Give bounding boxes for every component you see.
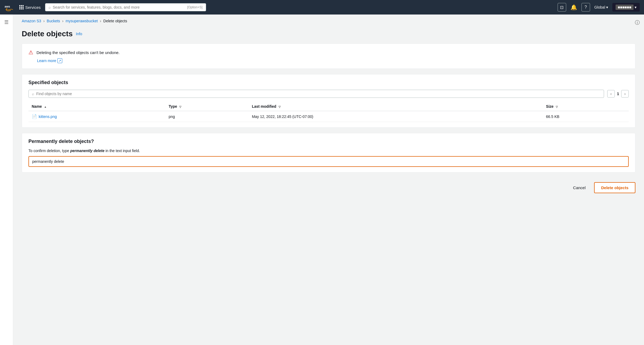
col-size: Size ▽ xyxy=(543,102,629,111)
top-navigation: aws Services ⌕ [Option+S] ⊡ 🔔 ? Global ▾… xyxy=(0,0,644,15)
size-cell: 66.5 KB xyxy=(543,111,629,122)
search-shortcut: [Option+S] xyxy=(187,5,202,9)
col-name: Name ▲ xyxy=(28,102,165,111)
pagination-controls: ‹ 1 › xyxy=(607,90,629,98)
size-sort-icon: ▽ xyxy=(556,105,558,108)
learn-more-text: Learn more xyxy=(37,59,56,63)
col-type: Type ▽ xyxy=(165,102,248,111)
col-last-modified: Last modified ▽ xyxy=(249,102,543,111)
desc-suffix: in the text input field. xyxy=(104,149,140,153)
page-title: Delete objects xyxy=(22,30,73,38)
last-modified-cell: May 12, 2022, 18:22:45 (UTC-07:00) xyxy=(249,111,543,122)
object-search[interactable]: ⌕ xyxy=(28,90,604,98)
table-row: 📄 kittens.png png May 12, 2022, 18:22:45… xyxy=(28,111,629,122)
warning-triangle-icon: ⚠ xyxy=(28,49,33,56)
search-row: ⌕ ‹ 1 › xyxy=(28,90,629,98)
permanently-delete-section: Permanently delete objects? To confirm d… xyxy=(22,133,635,172)
breadcrumb-amazon-s3[interactable]: Amazon S3 xyxy=(22,19,41,23)
confirm-keyword: permanently delete xyxy=(70,149,105,153)
file-name: kittens.png xyxy=(39,114,57,119)
main-content: Amazon S3 › Buckets › mysuperawsbucket ›… xyxy=(13,15,644,345)
breadcrumb: Amazon S3 › Buckets › mysuperawsbucket ›… xyxy=(22,19,635,23)
specified-objects-section: Specified objects ⌕ ‹ 1 › Name xyxy=(22,74,635,128)
file-icon: 📄 xyxy=(32,114,37,119)
breadcrumb-buckets[interactable]: Buckets xyxy=(47,19,60,23)
nav-icons: ⊡ 🔔 ? Global ▾ ■■■■■■ ▾ xyxy=(558,3,640,12)
external-link-icon: ↗ xyxy=(57,58,62,63)
page-number: 1 xyxy=(617,92,619,96)
notification-icon[interactable]: 🔔 xyxy=(570,4,577,10)
help-icon[interactable]: ? xyxy=(581,3,590,12)
warning-box: ⚠ Deleting the specified objects can't b… xyxy=(22,44,635,69)
delete-confirm-desc: To confirm deletion, type permanently de… xyxy=(28,149,629,153)
breadcrumb-sep-3: › xyxy=(100,19,101,23)
info-link[interactable]: Info xyxy=(76,32,82,36)
breadcrumb-bucket-name[interactable]: mysuperawsbucket xyxy=(66,19,98,23)
user-menu-button[interactable]: ■■■■■■ ▾ xyxy=(612,3,640,12)
page-title-row: Delete objects Info xyxy=(22,30,635,38)
page-layout: ☰ Amazon S3 › Buckets › mysuperawsbucket… xyxy=(0,15,644,345)
last-modified-value: May 12, 2022, 18:22:45 (UTC-07:00) xyxy=(252,114,313,119)
terminal-icon[interactable]: ⊡ xyxy=(558,3,566,12)
objects-table: Name ▲ Type ▽ Last modified ▽ Size xyxy=(28,102,629,122)
search-icon: ⌕ xyxy=(32,92,34,96)
file-type-cell: png xyxy=(165,111,248,122)
hamburger-icon: ☰ xyxy=(4,19,9,25)
prev-page-button[interactable]: ‹ xyxy=(607,90,615,98)
breadcrumb-current: Delete objects xyxy=(103,19,127,23)
type-sort-icon: ▽ xyxy=(179,105,181,108)
breadcrumb-sep-1: › xyxy=(43,19,45,23)
cancel-button[interactable]: Cancel xyxy=(569,183,590,192)
confirm-input[interactable] xyxy=(28,156,629,167)
svg-text:aws: aws xyxy=(5,5,10,8)
breadcrumb-sep-2: › xyxy=(62,19,64,23)
aws-logo[interactable]: aws xyxy=(4,2,15,13)
file-size: 66.5 KB xyxy=(546,114,559,119)
desc-prefix: To confirm deletion, type xyxy=(28,149,70,153)
learn-more-link[interactable]: Learn more ↗ xyxy=(37,58,629,63)
next-page-button[interactable]: › xyxy=(621,90,629,98)
region-selector[interactable]: Global ▾ xyxy=(594,5,608,9)
top-right-info-icon[interactable]: ⓘ xyxy=(635,19,640,26)
warning-message: ⚠ Deleting the specified objects can't b… xyxy=(28,49,629,56)
warning-text: Deleting the specified objects can't be … xyxy=(36,50,120,55)
name-sort-icon: ▲ xyxy=(44,105,47,108)
table-header: Name ▲ Type ▽ Last modified ▽ Size xyxy=(28,102,629,111)
services-label: Services xyxy=(25,5,41,10)
services-menu[interactable]: Services xyxy=(19,5,41,10)
global-search[interactable]: ⌕ [Option+S] xyxy=(45,3,206,11)
search-input[interactable] xyxy=(53,5,185,9)
specified-objects-title: Specified objects xyxy=(28,80,629,85)
object-search-input[interactable] xyxy=(36,92,601,96)
last-modified-sort-icon: ▽ xyxy=(279,105,281,108)
file-type: png xyxy=(169,114,175,119)
delete-confirm-title: Permanently delete objects? xyxy=(28,139,629,144)
file-name-cell: 📄 kittens.png xyxy=(28,111,165,122)
action-row: Cancel Delete objects xyxy=(22,178,635,197)
file-link[interactable]: 📄 kittens.png xyxy=(32,114,162,119)
table-body: 📄 kittens.png png May 12, 2022, 18:22:45… xyxy=(28,111,629,122)
sidebar-toggle[interactable]: ☰ xyxy=(0,15,13,345)
grid-icon xyxy=(19,5,24,9)
delete-objects-button[interactable]: Delete objects xyxy=(594,182,635,193)
search-icon: ⌕ xyxy=(49,5,51,9)
